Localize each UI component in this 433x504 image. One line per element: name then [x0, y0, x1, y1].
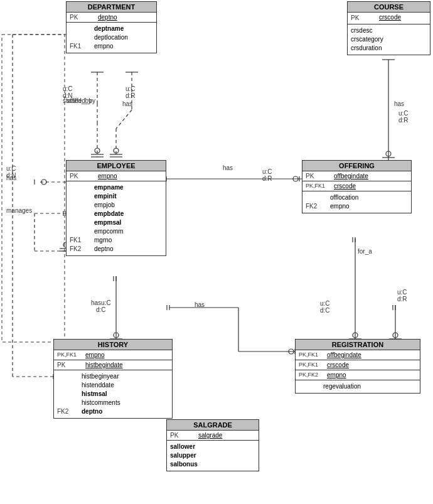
emp-field-empjob: empjob [94, 201, 115, 210]
emp-field-deptno: deptno [94, 245, 114, 254]
sal-pk-label: PK [170, 432, 195, 439]
has-emp-history: has [195, 301, 205, 308]
history-entity: HISTORY PK,FK1 empno PK histbegindate hi… [53, 339, 173, 419]
dept-ud2: d:N [63, 92, 73, 99]
reg-pk-field2: crscode [327, 362, 349, 368]
employee-entity: EMPLOYEE PK empno empname empinit empjob… [66, 160, 166, 256]
dept-field-deptname: deptname [94, 24, 124, 33]
reg-pk-label2: PK,FK1 [299, 362, 324, 368]
course-field-2: crscategory [351, 35, 383, 44]
registration-entity: REGISTRATION PK,FK1 offbegindate PK,FK1 … [295, 339, 420, 394]
has-d-label: d:C [96, 306, 106, 313]
course-off-ud2: d:R [398, 117, 409, 124]
off-field-empno: empno [330, 202, 350, 211]
history-header: HISTORY [54, 340, 172, 350]
svg-point-13 [114, 148, 119, 153]
svg-point-29 [293, 176, 298, 181]
dept-fk1-label: FK1 [70, 42, 92, 51]
offering-header: OFFERING [302, 161, 411, 171]
svg-rect-0 [2, 35, 65, 342]
off-pk-field2: crscode [334, 183, 356, 190]
off-fk2-label: FK2 [306, 202, 328, 211]
sal-pk-field: salgrade [198, 432, 222, 439]
hist-field-2: histenddate [82, 381, 114, 390]
svg-point-59 [393, 333, 398, 338]
course-pk-label: PK [351, 14, 376, 23]
reg-pk-field1: offbegindate [327, 351, 361, 358]
emp-field-empmsal: empmsal [94, 218, 121, 227]
hist-pk-label2: PK [57, 362, 82, 368]
sal-field-1: sallower [170, 442, 195, 451]
dept-pk-label: PK [70, 14, 95, 21]
dept-has-ud2: d:R [126, 92, 136, 99]
emp-pk-label: PK [70, 173, 95, 180]
svg-point-49 [353, 333, 358, 338]
emp-field-empname: empname [94, 183, 124, 192]
emp-off-ud2: d:R [262, 175, 272, 182]
hist-field-1: histbeginyear [82, 372, 119, 381]
offering-entity: OFFERING PK offbegindate PK,FK1 crscode … [302, 160, 412, 213]
dept-pk-field: deptno [98, 14, 117, 21]
course-header: COURSE [348, 2, 430, 13]
has-left-ud2: d:N [6, 172, 16, 179]
hist-pk-field1: empno [85, 351, 105, 358]
for-a-label: for_a [358, 248, 372, 255]
salgrade-entity: SALGRADE PK salgrade sallower salupper s… [166, 419, 259, 471]
dept-has-ud1: u:C [126, 85, 136, 92]
emp-reg-ud2: d:R [397, 296, 407, 303]
reg-field-regeval: regevaluation [323, 382, 361, 391]
emp-field-empcomm: empcomm [94, 227, 124, 236]
registration-header: REGISTRATION [296, 340, 420, 350]
hist-pk-label1: PK,FK1 [57, 351, 82, 358]
emp-pk-field: empno [98, 173, 117, 180]
has-left-ud1: u:C [6, 165, 16, 172]
hist-fk2-label: FK2 [57, 407, 79, 416]
hist-field-4: histcomments [82, 399, 120, 407]
course-off-ud1: u:C [398, 110, 409, 117]
salgrade-header: SALGRADE [167, 420, 259, 431]
off-field-offloc: offlocation [330, 193, 358, 202]
off-pk-label1: PK [306, 173, 331, 180]
svg-point-56 [289, 349, 294, 354]
hist-field-deptno: deptno [82, 407, 102, 416]
hist-field-3: histmsal [82, 390, 107, 399]
course-pk-field: crscode [379, 14, 401, 23]
has-dept-label: has [122, 100, 132, 107]
emp-fk2-label: FK2 [70, 245, 92, 254]
course-field-3: crsduration [351, 44, 382, 53]
off-pk-field1: offbegindate [334, 173, 368, 180]
dept-field-empno: empno [94, 42, 114, 51]
svg-point-16 [41, 180, 46, 185]
emp-field-mgrno: mgrno [94, 236, 112, 245]
dept-ud1: u:C [63, 85, 73, 92]
employee-header: EMPLOYEE [67, 161, 166, 171]
emp-fk1-label: FK1 [70, 236, 92, 245]
diagram: staffed_by staffed_by has u:C d:N u:C d:… [0, 0, 433, 504]
svg-point-38 [114, 333, 119, 338]
manages-label: manages [6, 207, 32, 214]
emp-reg-ud1: u:C [397, 289, 407, 296]
has-emp-off: has [223, 164, 233, 171]
emp-off-ud1: u:C [262, 168, 272, 175]
off-reg-ud2: d:C [320, 307, 330, 314]
reg-pk-field3: empno [327, 372, 346, 378]
svg-point-33 [386, 151, 391, 156]
off-pk-label2: PK,FK1 [306, 183, 331, 190]
has-course-off: has [394, 100, 404, 107]
course-entity: COURSE PK crscode crsdesc crscategory cr… [347, 1, 430, 55]
course-field-1: crsdesc [351, 26, 372, 35]
sal-field-2: salupper [170, 451, 196, 460]
hist-pk-field2: histbegindate [85, 362, 123, 368]
emp-field-empbdate: empbdate [94, 210, 124, 218]
reg-pk-label1: PK,FK1 [299, 351, 324, 358]
svg-point-6 [95, 148, 100, 153]
department-entity: DEPARTMENT PK deptno deptname deptlocati… [66, 1, 157, 53]
department-header: DEPARTMENT [67, 2, 156, 13]
dept-field-deptloc: deptlocation [94, 33, 128, 42]
sal-field-3: salbonus [170, 460, 198, 469]
off-reg-ud1: u:C [320, 300, 330, 307]
svg-line-9 [116, 110, 132, 129]
emp-field-empinit: empinit [94, 192, 117, 201]
reg-pk-label3: PK,FK2 [299, 372, 324, 378]
hasu-label: hasu:C [91, 299, 111, 306]
